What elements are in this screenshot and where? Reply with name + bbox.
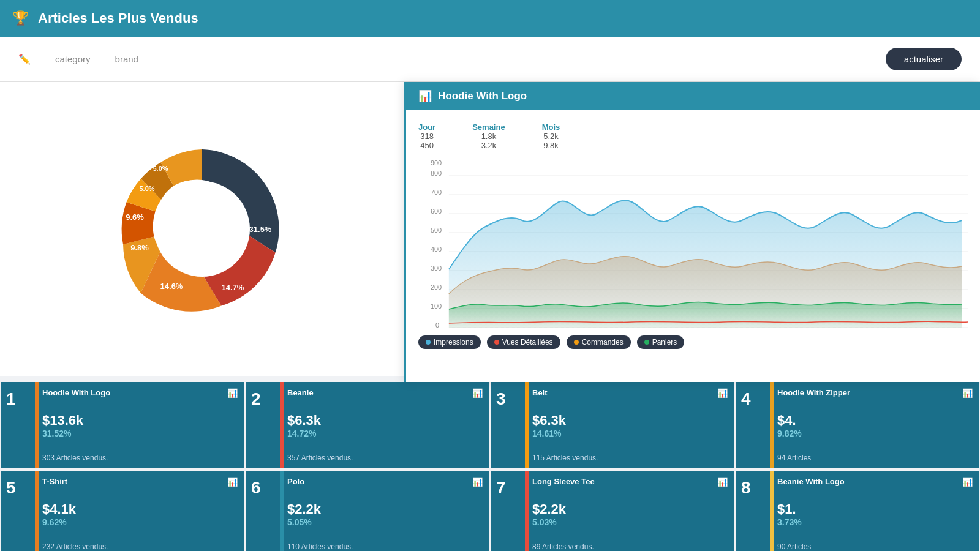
legend-impressions-label: Impressions — [434, 338, 473, 347]
card-revenue: $1. — [777, 501, 971, 517]
card-rank-bar: 4 — [736, 382, 770, 468]
card-body: Long Sleeve Tee 📊 $2.2k 5.03% 89 Article… — [525, 471, 734, 551]
stat-semaine-label: Semaine — [472, 122, 505, 132]
legend-commandes-label: Commandes — [582, 338, 624, 347]
card-revenue: $4. — [777, 413, 971, 429]
card-articles: 110 Articles vendus. — [287, 542, 481, 551]
card-rank-bar: 2 — [246, 382, 280, 468]
svg-text:9.8%: 9.8% — [130, 243, 149, 252]
card-body: T-Shirt 📊 $4.1k 9.62% 232 Articles vendu… — [35, 471, 244, 551]
svg-text:200: 200 — [431, 283, 442, 291]
brand-filter[interactable]: brand — [115, 54, 138, 64]
stat-mois: Mois 5.2k 9.8k — [542, 122, 560, 150]
svg-text:600: 600 — [431, 208, 442, 215]
stat-jour-label: Jour — [418, 122, 435, 132]
card-chart-icon: 📊 — [717, 477, 728, 487]
card-name: Hoodie With Zipper — [777, 388, 971, 397]
card-name: Long Sleeve Tee — [532, 477, 726, 486]
card-chart-icon: 📊 — [227, 388, 238, 398]
page-title: Articles Les Plus Vendus — [38, 10, 198, 26]
card-rank-bar: 6 — [246, 471, 280, 551]
card-rank-bar: 8 — [736, 471, 770, 551]
card-percent: 31.52% — [42, 429, 236, 438]
product-card-8[interactable]: 8 Beanie With Logo 📊 $1. 3.73% 90 Articl… — [735, 470, 980, 551]
product-card-1[interactable]: 1 Hoodie With Logo 📊 $13.6k 31.52% 303 A… — [0, 381, 245, 470]
card-chart-icon: 📊 — [962, 477, 973, 487]
chart-title: Hoodie With Logo — [438, 90, 527, 102]
chart-panel: 📊 Hoodie With Logo Jour 318 450 Semaine … — [404, 82, 980, 382]
card-body: Beanie 📊 $6.3k 14.72% 357 Articles vendu… — [280, 382, 489, 468]
stat-semaine-val2: 3.2k — [472, 141, 505, 150]
card-color-bar — [280, 382, 284, 468]
card-articles: 90 Articles — [777, 542, 971, 551]
card-color-bar — [280, 471, 284, 551]
card-percent: 5.05% — [287, 517, 481, 527]
product-card-2[interactable]: 2 Beanie 📊 $6.3k 14.72% 357 Articles ven… — [245, 381, 490, 470]
svg-text:5.0%: 5.0% — [153, 165, 168, 172]
card-body: Belt 📊 $6.3k 14.61% 115 Articles vendus. — [525, 382, 734, 468]
legend-impressions[interactable]: Impressions — [418, 335, 481, 349]
chart-icon: 📊 — [418, 89, 432, 103]
stats-row: Jour 318 450 Semaine 1.8k 3.2k Mois 5.2k… — [418, 118, 968, 159]
actualiser-button[interactable]: actualiser — [886, 48, 962, 70]
card-articles: 89 Articles vendus. — [532, 542, 726, 551]
category-filter[interactable]: category — [55, 54, 91, 64]
stat-mois-val1: 5.2k — [542, 132, 560, 141]
svg-text:5.0%: 5.0% — [139, 185, 154, 192]
card-rank-bar: 7 — [491, 471, 525, 551]
card-color-bar — [35, 382, 39, 468]
card-articles: 94 Articles — [777, 454, 971, 462]
card-name: T-Shirt — [42, 477, 236, 486]
main-content: 31.5% 14.7% 14.6% 9.8% 9.6% 5.0% 5.0% 📊 … — [0, 82, 980, 376]
svg-text:900: 900 — [431, 159, 442, 167]
svg-text:0: 0 — [435, 321, 439, 329]
card-revenue: $6.3k — [287, 413, 481, 429]
stat-jour-val1: 318 — [418, 132, 435, 141]
product-card-6[interactable]: 6 Polo 📊 $2.2k 5.05% 110 Articles vendus… — [245, 470, 490, 551]
filter-bar: ✏️ category brand actualiser — [0, 37, 980, 82]
card-color-bar — [770, 382, 774, 468]
stat-semaine: Semaine 1.8k 3.2k — [472, 122, 505, 150]
card-chart-icon: 📊 — [962, 388, 973, 398]
card-percent: 5.03% — [532, 517, 726, 527]
header: 🏆 Articles Les Plus Vendus — [0, 0, 980, 37]
card-rank: 8 — [741, 478, 751, 498]
card-percent: 14.61% — [532, 429, 726, 438]
card-body: Beanie With Logo 📊 $1. 3.73% 90 Articles — [770, 471, 979, 551]
card-name: Beanie — [287, 388, 481, 397]
svg-text:9.6%: 9.6% — [126, 212, 144, 222]
card-revenue: $2.2k — [532, 501, 726, 517]
card-name: Polo — [287, 477, 481, 486]
product-card-7[interactable]: 7 Long Sleeve Tee 📊 $2.2k 5.03% 89 Artic… — [490, 470, 735, 551]
product-card-4[interactable]: 4 Hoodie With Zipper 📊 $4. 9.82% 94 Arti… — [735, 381, 980, 470]
card-rank: 7 — [496, 478, 506, 498]
card-revenue: $2.2k — [287, 501, 481, 517]
card-color-bar — [35, 471, 39, 551]
card-rank: 6 — [251, 478, 261, 498]
stat-mois-label: Mois — [542, 122, 560, 132]
legend-commandes[interactable]: Commandes — [567, 335, 631, 349]
svg-text:14.6%: 14.6% — [160, 282, 183, 291]
card-articles: 232 Articles vendus. — [42, 542, 236, 551]
card-chart-icon: 📊 — [472, 477, 483, 487]
card-color-bar — [525, 382, 529, 468]
card-color-bar — [525, 471, 529, 551]
product-card-5[interactable]: 5 T-Shirt 📊 $4.1k 9.62% 232 Articles ven… — [0, 470, 245, 551]
card-revenue: $6.3k — [532, 413, 726, 429]
card-percent: 9.62% — [42, 517, 236, 527]
product-card-3[interactable]: 3 Belt 📊 $6.3k 14.61% 115 Articles vendu… — [490, 381, 735, 470]
legend-vues[interactable]: Vues Détaillées — [487, 335, 560, 349]
line-chart: 0 100 200 300 400 500 600 700 800 900 — [418, 159, 968, 331]
card-rank: 1 — [6, 389, 16, 409]
svg-text:400: 400 — [431, 246, 442, 253]
card-rank: 3 — [496, 389, 506, 409]
card-body: Hoodie With Zipper 📊 $4. 9.82% 94 Articl… — [770, 382, 979, 468]
card-rank: 2 — [251, 389, 261, 409]
card-rank-bar: 5 — [1, 471, 35, 551]
filter-icon: ✏️ — [18, 53, 31, 65]
stat-jour-val2: 450 — [418, 141, 435, 150]
legend-paniers[interactable]: Paniers — [637, 335, 685, 349]
card-color-bar — [770, 471, 774, 551]
svg-text:31.5%: 31.5% — [249, 225, 272, 234]
svg-point-0 — [154, 181, 250, 277]
